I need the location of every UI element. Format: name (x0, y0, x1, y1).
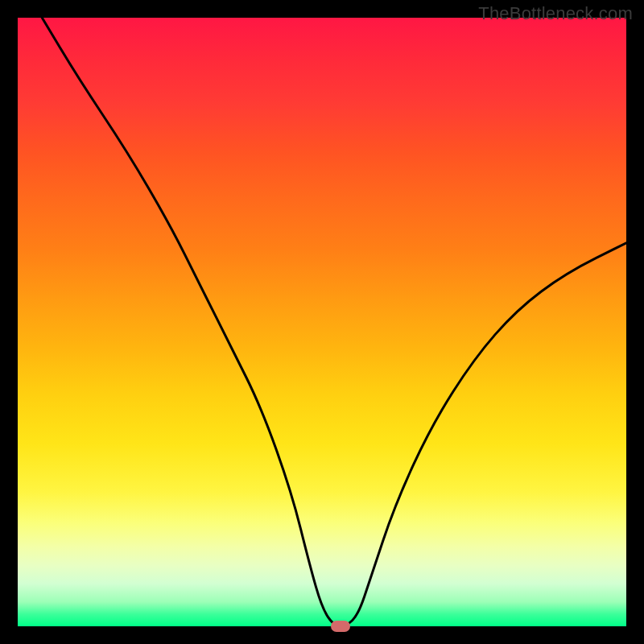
watermark-text: TheBottleneck.com (478, 3, 633, 24)
optimum-marker (331, 621, 350, 632)
plot-area (18, 18, 626, 626)
bottleneck-chart: TheBottleneck.com (0, 0, 644, 644)
bottleneck-curve (18, 18, 626, 626)
